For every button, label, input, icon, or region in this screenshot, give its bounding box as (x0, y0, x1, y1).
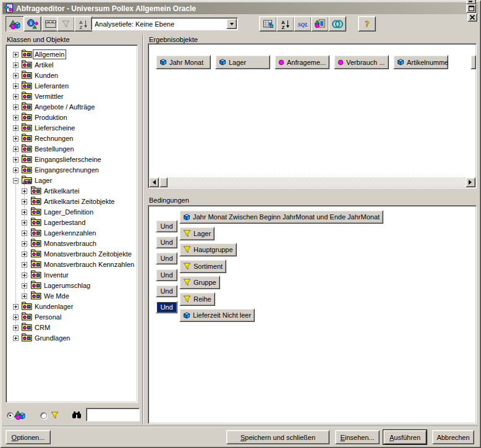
view-button[interactable]: Einsehen... (335, 430, 380, 444)
scroll-left-button[interactable] (149, 177, 159, 187)
expand-toggle[interactable] (13, 167, 19, 172)
tree-item-label[interactable]: Kundenlager (33, 302, 75, 311)
expand-toggle[interactable] (22, 261, 27, 267)
operator-und-button[interactable]: Und (156, 285, 177, 297)
result-object-chip[interactable]: Lager (215, 55, 270, 69)
condition-chip[interactable]: Reihe (179, 292, 215, 306)
sort-az-button[interactable]: AZ (276, 16, 294, 32)
tree-item[interactable]: Lagerumschlag (6, 280, 136, 290)
tree-item-label[interactable]: CRM (33, 323, 52, 332)
expand-toggle[interactable] (13, 324, 19, 330)
tree-item[interactable]: Kundenlager (6, 301, 136, 311)
tree-item[interactable]: Lager_Definition (6, 206, 136, 217)
tree-item[interactable]: Eingangslieferscheine (6, 154, 136, 164)
tree-item[interactable]: Artikel (6, 59, 136, 70)
scroll-right-button[interactable] (466, 177, 475, 187)
tree-item[interactable]: Artikelkartei Zeitobjekte (6, 196, 136, 206)
tree-item-label[interactable]: Artikel (33, 60, 56, 70)
result-object-chip[interactable]: Artikelnummer (393, 55, 448, 69)
horizontal-scrollbar[interactable] (149, 177, 475, 187)
tree-item-label[interactable]: Kunden (33, 70, 60, 80)
expand-toggle[interactable] (13, 303, 19, 309)
tree-item[interactable]: Lieferscheine (6, 122, 136, 133)
show-classes-button[interactable]: i (23, 16, 41, 32)
condition-chip[interactable]: Hauptgruppe (179, 243, 237, 256)
expand-toggle[interactable] (22, 272, 27, 277)
expand-toggle[interactable] (13, 146, 19, 151)
tree-item-label[interactable]: Monatsverbrauch Zeitobjekte (42, 249, 134, 259)
tree-item-label[interactable]: Lagerbestand (42, 218, 87, 227)
expand-toggle[interactable] (13, 135, 19, 141)
condition-chip[interactable]: Jahr Monat Zwischen Beginn JahrMonat und… (179, 210, 383, 224)
tree-item[interactable]: Lager (6, 175, 136, 185)
tree-item[interactable]: Lagerkennzahlen (6, 227, 136, 238)
tree-item[interactable]: Lieferanten (6, 80, 136, 91)
condition-chip[interactable]: Lieferzeit Nicht leer (179, 308, 255, 322)
condition-chip[interactable]: Sortiment (179, 260, 226, 273)
conditions-area[interactable]: UndUndUndUndUndUndJahr Monat Zwischen Be… (148, 205, 477, 424)
tree-item-label[interactable]: Lieferanten (33, 81, 70, 91)
tree-item[interactable]: Eingangsrechnungen (6, 164, 136, 175)
tree-item-label[interactable]: Personal (33, 312, 63, 322)
expand-toggle[interactable] (13, 314, 19, 319)
tree-item[interactable]: Allgemein (6, 49, 136, 59)
run-button[interactable]: Ausführen (383, 430, 427, 444)
result-object-chip[interactable]: Jahr Monat (156, 55, 211, 69)
save-close-button[interactable]: Speichern und schließen (226, 430, 330, 444)
expand-toggle[interactable] (22, 188, 27, 193)
tree-item-label[interactable]: Lagerkennzahlen (42, 228, 98, 238)
tree-item[interactable]: Monatsverbrauch (6, 238, 136, 248)
expand-toggle[interactable] (22, 198, 27, 204)
tree-item-label[interactable]: Eingangsrechnungen (33, 165, 101, 175)
expand-toggle[interactable] (13, 93, 19, 99)
analysis-depth-dropdown[interactable]: Analysetiefe: Keine Ebene (91, 17, 238, 30)
options-button[interactable]: Optionen... (6, 430, 51, 444)
help-button[interactable]: ? (358, 16, 376, 32)
operator-und-button[interactable]: Und (156, 301, 177, 313)
tree-item[interactable]: Lagerbestand (6, 217, 136, 227)
tree-item-label[interactable]: Eingangslieferscheine (33, 154, 103, 164)
dropdown-arrow-button[interactable] (226, 19, 237, 29)
expand-toggle[interactable] (22, 293, 27, 298)
expand-toggle[interactable] (22, 240, 27, 246)
show-objects-button[interactable] (6, 16, 23, 32)
search-input[interactable] (86, 408, 140, 421)
result-object-chip[interactable]: Anfrageme... (275, 55, 330, 69)
tree-item-label[interactable]: Angebote / Aufträge (33, 102, 96, 112)
tree-item-label[interactable]: Monatsverbrauch (42, 239, 98, 248)
tree-item-label[interactable]: Lager (33, 175, 54, 185)
sort-button[interactable]: AZ (74, 16, 92, 32)
tree-item[interactable]: Grundlagen (6, 332, 136, 343)
conditions-radio[interactable] (40, 412, 47, 419)
operator-und-button[interactable]: Und (156, 236, 177, 248)
scope-of-analysis-button[interactable] (259, 16, 277, 32)
expand-toggle[interactable] (22, 230, 27, 235)
expand-toggle[interactable] (13, 72, 19, 78)
collapse-toggle[interactable] (13, 177, 19, 183)
expand-toggle[interactable] (13, 114, 19, 120)
condition-chip[interactable]: Gruppe (179, 276, 220, 289)
tree-item[interactable]: Monatsverbrauch Zeitobjekte (6, 248, 136, 259)
tree-item-label[interactable]: Inventur (42, 270, 70, 280)
objects-radio[interactable] (7, 412, 14, 419)
expand-toggle[interactable] (13, 51, 19, 57)
expand-toggle[interactable] (13, 62, 19, 67)
tree-item[interactable]: We Mde (6, 290, 136, 301)
condition-chip[interactable]: Lager (179, 227, 215, 240)
tree-item[interactable]: Kunden (6, 70, 136, 80)
tree-item-label[interactable]: Lieferscheine (33, 123, 77, 133)
operator-und-button[interactable]: Und (156, 269, 177, 281)
sql-button[interactable]: SQL (294, 16, 312, 32)
tree-item-label[interactable]: Monatsverbrauch Kennzahlen (42, 260, 136, 269)
tree-item-label[interactable]: Artikelkartei Zeitobjekte (42, 197, 116, 206)
tree-item[interactable]: Produktion (6, 112, 136, 122)
expand-toggle[interactable] (13, 156, 19, 162)
tree-item[interactable]: Artikelkartei (6, 185, 136, 196)
tree-item-label[interactable]: Produktion (33, 112, 69, 122)
operator-und-button[interactable]: Und (156, 252, 177, 264)
expand-toggle[interactable] (22, 209, 27, 214)
tree-item[interactable]: Inventur (6, 269, 136, 280)
tree-item-label[interactable]: Grundlagen (33, 333, 72, 343)
tree-item-label[interactable]: Rechnungen (33, 133, 75, 143)
expand-toggle[interactable] (13, 335, 19, 340)
